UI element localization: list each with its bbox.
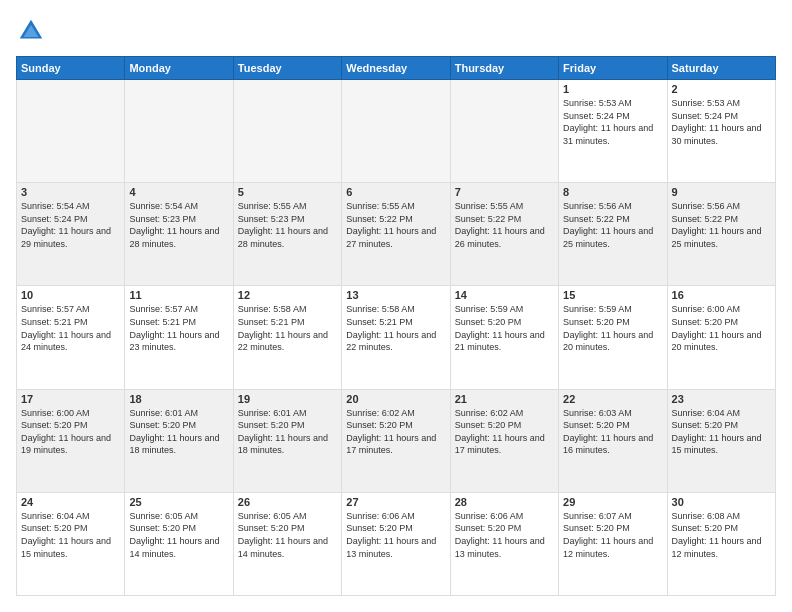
calendar-cell: 2Sunrise: 5:53 AM Sunset: 5:24 PM Daylig… [667, 80, 775, 183]
calendar-cell: 4Sunrise: 5:54 AM Sunset: 5:23 PM Daylig… [125, 183, 233, 286]
day-number: 1 [563, 83, 662, 95]
calendar-cell [342, 80, 450, 183]
calendar-header-wednesday: Wednesday [342, 57, 450, 80]
day-number: 15 [563, 289, 662, 301]
calendar-cell: 7Sunrise: 5:55 AM Sunset: 5:22 PM Daylig… [450, 183, 558, 286]
calendar-cell [125, 80, 233, 183]
day-number: 18 [129, 393, 228, 405]
page: SundayMondayTuesdayWednesdayThursdayFrid… [0, 0, 792, 612]
day-number: 6 [346, 186, 445, 198]
header [16, 16, 776, 46]
day-info: Sunrise: 5:56 AM Sunset: 5:22 PM Dayligh… [563, 200, 662, 250]
day-number: 28 [455, 496, 554, 508]
day-number: 24 [21, 496, 120, 508]
calendar-cell: 19Sunrise: 6:01 AM Sunset: 5:20 PM Dayli… [233, 389, 341, 492]
calendar-cell: 28Sunrise: 6:06 AM Sunset: 5:20 PM Dayli… [450, 492, 558, 595]
calendar-cell: 20Sunrise: 6:02 AM Sunset: 5:20 PM Dayli… [342, 389, 450, 492]
day-info: Sunrise: 5:56 AM Sunset: 5:22 PM Dayligh… [672, 200, 771, 250]
day-number: 30 [672, 496, 771, 508]
day-number: 8 [563, 186, 662, 198]
day-number: 3 [21, 186, 120, 198]
day-info: Sunrise: 5:57 AM Sunset: 5:21 PM Dayligh… [129, 303, 228, 353]
day-info: Sunrise: 6:04 AM Sunset: 5:20 PM Dayligh… [672, 407, 771, 457]
day-info: Sunrise: 5:59 AM Sunset: 5:20 PM Dayligh… [455, 303, 554, 353]
day-info: Sunrise: 5:58 AM Sunset: 5:21 PM Dayligh… [238, 303, 337, 353]
calendar-header-monday: Monday [125, 57, 233, 80]
day-number: 22 [563, 393, 662, 405]
day-info: Sunrise: 6:05 AM Sunset: 5:20 PM Dayligh… [238, 510, 337, 560]
day-info: Sunrise: 5:53 AM Sunset: 5:24 PM Dayligh… [563, 97, 662, 147]
calendar-cell: 15Sunrise: 5:59 AM Sunset: 5:20 PM Dayli… [559, 286, 667, 389]
calendar-header-row: SundayMondayTuesdayWednesdayThursdayFrid… [17, 57, 776, 80]
calendar-cell: 13Sunrise: 5:58 AM Sunset: 5:21 PM Dayli… [342, 286, 450, 389]
day-number: 17 [21, 393, 120, 405]
calendar-cell [233, 80, 341, 183]
day-number: 19 [238, 393, 337, 405]
calendar-week-row-3: 10Sunrise: 5:57 AM Sunset: 5:21 PM Dayli… [17, 286, 776, 389]
day-number: 21 [455, 393, 554, 405]
day-info: Sunrise: 6:06 AM Sunset: 5:20 PM Dayligh… [455, 510, 554, 560]
day-number: 11 [129, 289, 228, 301]
calendar-cell: 24Sunrise: 6:04 AM Sunset: 5:20 PM Dayli… [17, 492, 125, 595]
calendar-cell [17, 80, 125, 183]
calendar-header-saturday: Saturday [667, 57, 775, 80]
calendar-cell: 9Sunrise: 5:56 AM Sunset: 5:22 PM Daylig… [667, 183, 775, 286]
day-info: Sunrise: 5:59 AM Sunset: 5:20 PM Dayligh… [563, 303, 662, 353]
calendar-cell: 27Sunrise: 6:06 AM Sunset: 5:20 PM Dayli… [342, 492, 450, 595]
day-info: Sunrise: 6:08 AM Sunset: 5:20 PM Dayligh… [672, 510, 771, 560]
calendar-header-thursday: Thursday [450, 57, 558, 80]
calendar-cell: 23Sunrise: 6:04 AM Sunset: 5:20 PM Dayli… [667, 389, 775, 492]
calendar-cell: 3Sunrise: 5:54 AM Sunset: 5:24 PM Daylig… [17, 183, 125, 286]
calendar-cell: 1Sunrise: 5:53 AM Sunset: 5:24 PM Daylig… [559, 80, 667, 183]
day-info: Sunrise: 6:01 AM Sunset: 5:20 PM Dayligh… [129, 407, 228, 457]
calendar-cell: 6Sunrise: 5:55 AM Sunset: 5:22 PM Daylig… [342, 183, 450, 286]
day-number: 14 [455, 289, 554, 301]
day-info: Sunrise: 6:00 AM Sunset: 5:20 PM Dayligh… [672, 303, 771, 353]
day-number: 12 [238, 289, 337, 301]
day-number: 16 [672, 289, 771, 301]
day-info: Sunrise: 5:55 AM Sunset: 5:22 PM Dayligh… [455, 200, 554, 250]
calendar-cell: 17Sunrise: 6:00 AM Sunset: 5:20 PM Dayli… [17, 389, 125, 492]
calendar-header-tuesday: Tuesday [233, 57, 341, 80]
day-info: Sunrise: 5:55 AM Sunset: 5:22 PM Dayligh… [346, 200, 445, 250]
day-number: 4 [129, 186, 228, 198]
calendar-cell: 18Sunrise: 6:01 AM Sunset: 5:20 PM Dayli… [125, 389, 233, 492]
day-info: Sunrise: 5:57 AM Sunset: 5:21 PM Dayligh… [21, 303, 120, 353]
day-number: 7 [455, 186, 554, 198]
day-number: 26 [238, 496, 337, 508]
calendar-cell: 26Sunrise: 6:05 AM Sunset: 5:20 PM Dayli… [233, 492, 341, 595]
calendar-week-row-1: 1Sunrise: 5:53 AM Sunset: 5:24 PM Daylig… [17, 80, 776, 183]
day-info: Sunrise: 6:03 AM Sunset: 5:20 PM Dayligh… [563, 407, 662, 457]
logo-icon [16, 16, 46, 46]
calendar-header-friday: Friday [559, 57, 667, 80]
day-number: 2 [672, 83, 771, 95]
day-info: Sunrise: 6:02 AM Sunset: 5:20 PM Dayligh… [346, 407, 445, 457]
calendar-cell: 12Sunrise: 5:58 AM Sunset: 5:21 PM Dayli… [233, 286, 341, 389]
calendar-cell: 22Sunrise: 6:03 AM Sunset: 5:20 PM Dayli… [559, 389, 667, 492]
calendar-week-row-2: 3Sunrise: 5:54 AM Sunset: 5:24 PM Daylig… [17, 183, 776, 286]
calendar-cell: 11Sunrise: 5:57 AM Sunset: 5:21 PM Dayli… [125, 286, 233, 389]
logo [16, 16, 50, 46]
day-info: Sunrise: 5:58 AM Sunset: 5:21 PM Dayligh… [346, 303, 445, 353]
day-number: 27 [346, 496, 445, 508]
calendar-cell: 29Sunrise: 6:07 AM Sunset: 5:20 PM Dayli… [559, 492, 667, 595]
day-number: 5 [238, 186, 337, 198]
day-info: Sunrise: 6:06 AM Sunset: 5:20 PM Dayligh… [346, 510, 445, 560]
day-number: 23 [672, 393, 771, 405]
calendar-cell: 10Sunrise: 5:57 AM Sunset: 5:21 PM Dayli… [17, 286, 125, 389]
day-info: Sunrise: 5:54 AM Sunset: 5:24 PM Dayligh… [21, 200, 120, 250]
day-info: Sunrise: 5:54 AM Sunset: 5:23 PM Dayligh… [129, 200, 228, 250]
calendar-header-sunday: Sunday [17, 57, 125, 80]
calendar-cell: 8Sunrise: 5:56 AM Sunset: 5:22 PM Daylig… [559, 183, 667, 286]
calendar-table: SundayMondayTuesdayWednesdayThursdayFrid… [16, 56, 776, 596]
day-info: Sunrise: 6:07 AM Sunset: 5:20 PM Dayligh… [563, 510, 662, 560]
day-info: Sunrise: 6:00 AM Sunset: 5:20 PM Dayligh… [21, 407, 120, 457]
day-info: Sunrise: 5:53 AM Sunset: 5:24 PM Dayligh… [672, 97, 771, 147]
calendar-week-row-4: 17Sunrise: 6:00 AM Sunset: 5:20 PM Dayli… [17, 389, 776, 492]
day-number: 10 [21, 289, 120, 301]
calendar-cell: 5Sunrise: 5:55 AM Sunset: 5:23 PM Daylig… [233, 183, 341, 286]
day-info: Sunrise: 6:04 AM Sunset: 5:20 PM Dayligh… [21, 510, 120, 560]
calendar-cell [450, 80, 558, 183]
calendar-cell: 25Sunrise: 6:05 AM Sunset: 5:20 PM Dayli… [125, 492, 233, 595]
day-number: 9 [672, 186, 771, 198]
